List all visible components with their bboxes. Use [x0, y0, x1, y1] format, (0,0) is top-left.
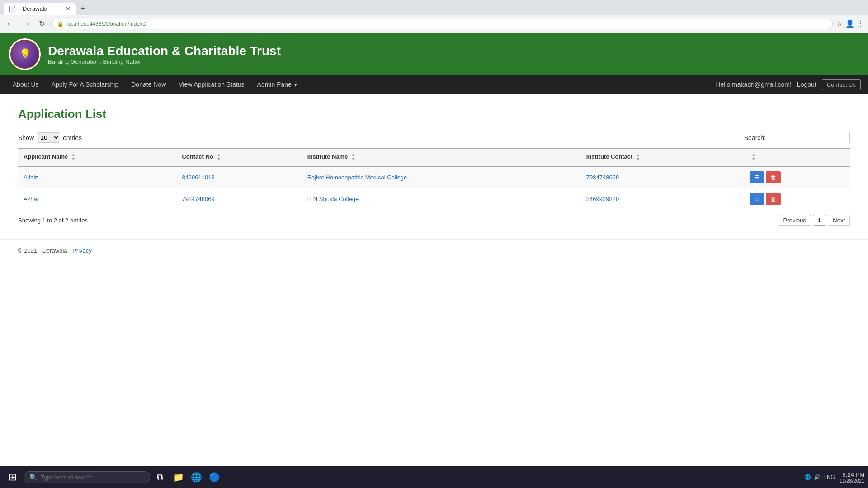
- header-text: Derawala Education & Charitable Trust Bu…: [48, 44, 281, 65]
- row2-detail-button[interactable]: ☰: [750, 193, 764, 205]
- applications-table: Applicant Name ▲▼ Contact No ▲▼ Institut…: [18, 148, 850, 210]
- profile-button[interactable]: 👤: [845, 19, 854, 28]
- row2-delete-button[interactable]: 🗑: [766, 193, 781, 205]
- menu-button[interactable]: ⋮: [857, 19, 864, 28]
- row2-action-buttons: ☰ 🗑: [750, 193, 844, 205]
- col-institute-contact[interactable]: Institute Contact ▲▼: [581, 148, 744, 166]
- showing-text: Showing 1 to 2 of 2 entries: [18, 217, 88, 224]
- org-tagline: Building Generation, Building Nation: [48, 58, 281, 65]
- sort-icon-contact: ▲▼: [217, 153, 221, 161]
- row1-action-buttons: ☰ 🗑: [750, 171, 844, 183]
- pagination: Previous 1 Next: [778, 215, 850, 226]
- table-controls-bottom: Showing 1 to 2 of 2 entries Previous 1 N…: [18, 215, 850, 226]
- contact-us-button[interactable]: Contact Us: [822, 79, 861, 90]
- row1-detail-button[interactable]: ☰: [750, 171, 764, 183]
- address-bar[interactable]: 🔒 localhost:44386/Donation/IndexD: [51, 19, 833, 29]
- tab-close-button[interactable]: ✕: [66, 5, 71, 12]
- logout-link[interactable]: Logout: [797, 81, 816, 88]
- new-tab-button[interactable]: +: [78, 4, 88, 14]
- reload-button[interactable]: ↻: [36, 18, 47, 30]
- sort-icon-name: ▲▼: [71, 153, 75, 161]
- show-entries: Show 10 25 50 100 entries: [18, 132, 82, 143]
- navbar-right: Hello makadri@gmail.com! Logout Contact …: [716, 79, 861, 90]
- row1-contact: 8460611013: [176, 166, 302, 188]
- url-text: localhost:44386/Donation/IndexD: [66, 21, 146, 27]
- navbar: About Us Apply For A Scholarship Donate …: [0, 75, 868, 94]
- browser-chrome: 📄 - Derawala ✕ + ← → ↻ 🔒 localhost:44386…: [0, 0, 868, 33]
- next-button[interactable]: Next: [828, 215, 850, 226]
- nav-admin-panel[interactable]: Admin Panel: [252, 75, 302, 94]
- table-header: Applicant Name ▲▼ Contact No ▲▼ Institut…: [18, 148, 850, 166]
- row2-institute[interactable]: H N Shukla College: [302, 188, 581, 210]
- col-actions[interactable]: ▲▼: [744, 148, 850, 166]
- logo-icon: 💡: [19, 48, 31, 60]
- search-input[interactable]: [769, 132, 850, 143]
- col-contact-no[interactable]: Contact No ▲▼: [176, 148, 302, 166]
- site-header: 💡 Derawala Education & Charitable Trust …: [0, 33, 868, 75]
- table-body: Alfaiz 8460611013 Rajkot Homoeopathic Me…: [18, 166, 850, 210]
- row2-inst-contact: 8469929820: [581, 188, 744, 210]
- sort-icon-inst-contact: ▲▼: [636, 153, 640, 161]
- col-applicant-name[interactable]: Applicant Name ▲▼: [18, 148, 176, 166]
- logo-inner: 💡: [11, 41, 38, 68]
- hello-text: Hello makadri@gmail.com!: [716, 81, 791, 88]
- forward-button[interactable]: →: [20, 18, 33, 30]
- show-label: Show: [18, 134, 34, 141]
- footer-text: © 2021 - Derawala -: [18, 247, 71, 254]
- nav-view-status[interactable]: View Application Status: [173, 75, 250, 94]
- table-controls-top: Show 10 25 50 100 entries Search:: [18, 132, 850, 143]
- nav-apply-scholarship[interactable]: Apply For A Scholarship: [46, 75, 124, 94]
- row2-actions: ☰ 🗑: [744, 188, 850, 210]
- browser-actions: ☆ 👤 ⋮: [836, 19, 864, 28]
- col-institute-name[interactable]: Institute Name ▲▼: [302, 148, 581, 166]
- sort-icon-actions: ▲▼: [751, 153, 755, 161]
- row1-delete-button[interactable]: 🗑: [766, 171, 781, 183]
- logo: 💡: [9, 38, 41, 70]
- row2-name[interactable]: Azhar: [18, 188, 176, 210]
- tab-bar: 📄 - Derawala ✕ +: [0, 0, 868, 15]
- row1-name[interactable]: Alfaiz: [18, 166, 176, 188]
- search-label: Search:: [744, 134, 766, 141]
- lock-icon: 🔒: [57, 21, 64, 27]
- entries-label: entries: [63, 134, 82, 141]
- table-row: Azhar 7984748069 H N Shukla College 8469…: [18, 188, 850, 210]
- main-content: Application List Show 10 25 50 100 entri…: [0, 94, 868, 239]
- tab-title: - Derawala: [19, 5, 47, 12]
- row1-actions: ☰ 🗑: [744, 166, 850, 188]
- previous-button[interactable]: Previous: [778, 215, 811, 226]
- bookmark-button[interactable]: ☆: [836, 19, 843, 28]
- row1-institute[interactable]: Rajkot Homoeopathic Medical College: [302, 166, 581, 188]
- row2-contact: 7984748069: [176, 188, 302, 210]
- org-name: Derawala Education & Charitable Trust: [48, 44, 281, 58]
- back-button[interactable]: ←: [4, 18, 16, 30]
- browser-tab[interactable]: 📄 - Derawala ✕: [4, 3, 76, 15]
- entries-select[interactable]: 10 25 50 100: [37, 132, 60, 143]
- table-row: Alfaiz 8460611013 Rajkot Homoeopathic Me…: [18, 166, 850, 188]
- search-box: Search:: [744, 132, 850, 143]
- row1-inst-contact: 7984748069: [581, 166, 744, 188]
- page-title: Application List: [18, 107, 850, 121]
- privacy-link[interactable]: Privacy: [72, 247, 92, 254]
- nav-donate-now[interactable]: Donate Now: [126, 75, 171, 94]
- page-1-button[interactable]: 1: [813, 215, 826, 226]
- navbar-left: About Us Apply For A Scholarship Donate …: [7, 75, 302, 94]
- sort-icon-institute: ▲▼: [351, 153, 355, 161]
- tab-favicon: 📄: [9, 6, 15, 12]
- nav-about-us[interactable]: About Us: [7, 75, 44, 94]
- site-footer: © 2021 - Derawala - Privacy: [0, 239, 868, 261]
- address-bar-row: ← → ↻ 🔒 localhost:44386/Donation/IndexD …: [0, 15, 868, 33]
